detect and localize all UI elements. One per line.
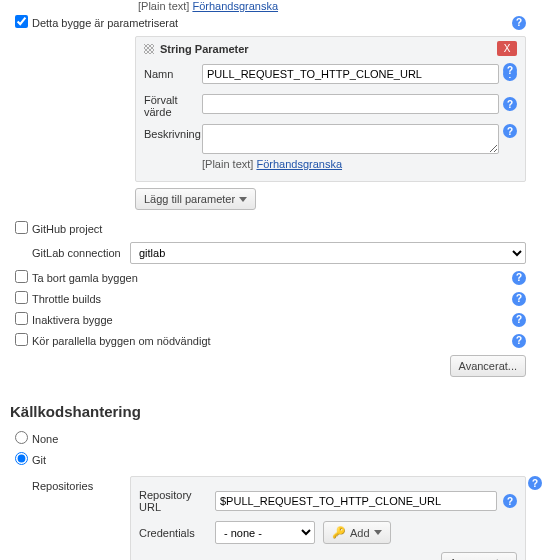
scm-heading: Källkodshantering — [10, 403, 526, 420]
disable-build-label: Inaktivera bygge — [32, 314, 508, 326]
scm-git-label: Git — [32, 454, 526, 466]
help-icon[interactable]: ? — [503, 63, 517, 77]
repo-advanced-button[interactable]: Avancerat... — [441, 552, 518, 560]
help-icon[interactable]: ? — [512, 271, 526, 285]
credentials-label: Credentials — [139, 527, 209, 539]
repository-block: Repository URL ? Credentials - none - 🔑 — [130, 476, 526, 560]
add-parameter-button[interactable]: Lägg till parameter — [135, 188, 256, 210]
discard-old-builds-label: Ta bort gamla byggen — [32, 272, 508, 284]
help-icon[interactable]: ? — [528, 476, 542, 490]
plaintext-label: [Plain text] — [138, 0, 189, 12]
plaintext-label: [Plain text] — [202, 158, 253, 170]
param-default-input[interactable] — [202, 94, 499, 114]
help-icon[interactable]: ? — [512, 292, 526, 306]
chevron-down-icon — [374, 530, 382, 535]
help-icon[interactable]: ? — [503, 124, 517, 138]
parameterised-checkbox[interactable] — [15, 15, 28, 28]
gitlab-connection-select[interactable]: gitlab — [130, 242, 526, 264]
discard-old-builds-checkbox[interactable] — [15, 270, 28, 283]
gitlab-connection-label: GitLab connection — [10, 247, 130, 259]
github-project-checkbox[interactable] — [15, 221, 28, 234]
param-desc-label: Beskrivning — [144, 124, 202, 140]
param-name-input[interactable] — [202, 64, 499, 84]
string-parameter-block: String Parameter X ? Namn ? Förvalt värd… — [135, 36, 526, 182]
preview-link[interactable]: Förhandsgranska — [192, 0, 278, 12]
add-parameter-label: Lägg till parameter — [144, 193, 235, 205]
help-icon[interactable]: ? — [512, 313, 526, 327]
scm-none-radio[interactable] — [15, 431, 28, 444]
advanced-button[interactable]: Avancerat... — [450, 355, 527, 377]
help-icon[interactable]: ? — [503, 97, 517, 111]
scm-git-radio[interactable] — [15, 452, 28, 465]
repositories-label: Repositories — [32, 476, 130, 560]
scm-none-label: None — [32, 433, 526, 445]
parallel-builds-checkbox[interactable] — [15, 333, 28, 346]
repo-url-input[interactable] — [215, 491, 497, 511]
help-icon[interactable]: ? — [512, 16, 526, 30]
repo-url-label: Repository URL — [139, 489, 209, 513]
throttle-builds-label: Throttle builds — [32, 293, 508, 305]
add-credentials-button[interactable]: 🔑 Add — [323, 521, 391, 544]
key-icon: 🔑 — [332, 526, 346, 539]
credentials-select[interactable]: - none - — [215, 521, 315, 544]
parameterised-label: Detta bygge är parametriserat — [32, 17, 508, 29]
help-icon[interactable]: ? — [512, 334, 526, 348]
add-credentials-label: Add — [350, 527, 370, 539]
throttle-builds-checkbox[interactable] — [15, 291, 28, 304]
delete-parameter-button[interactable]: X — [497, 41, 517, 56]
help-icon[interactable]: ? — [503, 494, 517, 508]
param-name-label: Namn — [144, 64, 202, 80]
drag-handle-icon[interactable] — [144, 44, 154, 54]
parallel-builds-label: Kör parallella byggen om nödvändigt — [32, 335, 508, 347]
param-default-label: Förvalt värde — [144, 90, 202, 118]
string-parameter-title: String Parameter — [160, 43, 249, 55]
disable-build-checkbox[interactable] — [15, 312, 28, 325]
param-desc-textarea[interactable] — [202, 124, 499, 154]
preview-link[interactable]: Förhandsgranska — [256, 158, 342, 170]
github-project-label: GitHub project — [32, 223, 526, 235]
chevron-down-icon — [239, 197, 247, 202]
